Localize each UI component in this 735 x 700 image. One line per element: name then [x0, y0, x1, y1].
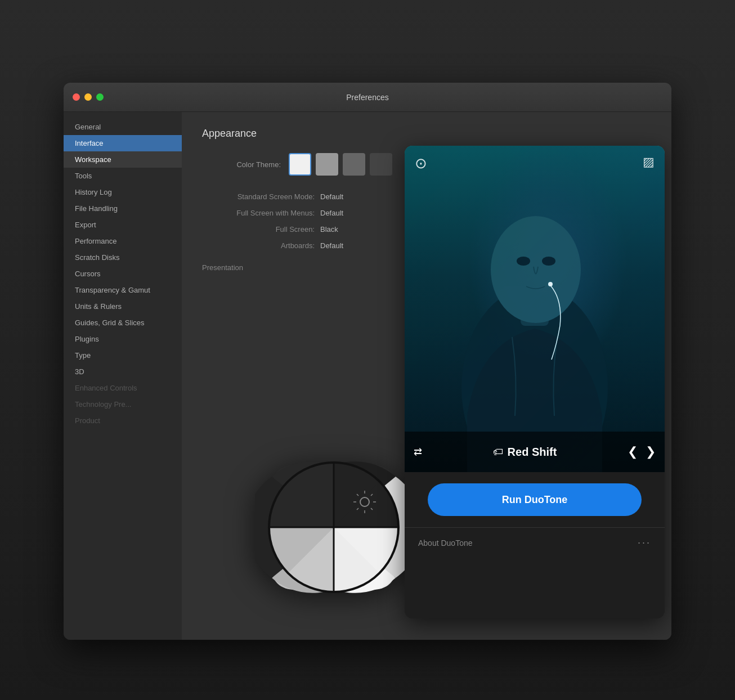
sidebar-item-general[interactable]: General [64, 119, 182, 135]
fullscreen-menus-label: Full Screen with Menus: [202, 209, 315, 217]
sidebar-item-plugins[interactable]: Plugins [64, 331, 182, 347]
sidebar-item-cursors[interactable]: Cursors [64, 266, 182, 282]
minimize-button[interactable] [84, 93, 92, 101]
section-title: Appearance [202, 128, 651, 140]
color-theme-label: Color Theme: [202, 160, 281, 169]
fullscreen-label: Full Screen: [202, 225, 315, 234]
color-theme-options [289, 153, 392, 176]
color-swatch-dark-gray[interactable] [370, 153, 392, 176]
filter-name-tag: 🏷 Red Shift [422, 446, 628, 459]
content-area: Appearance Color Theme: Highlight Color:… [182, 112, 671, 640]
zoom-button[interactable] [96, 93, 104, 101]
nav-prev-button[interactable]: ❮ [628, 445, 638, 459]
sidebar: General Interface Workspace Tools Histor… [64, 112, 182, 640]
sidebar-item-performance[interactable]: Performance [64, 233, 182, 249]
panel-top-icons: ⊙ ▨ [405, 155, 665, 172]
nav-next-button[interactable]: ❯ [646, 445, 656, 459]
sidebar-item-enhanced-controls: Enhanced Controls [64, 380, 182, 396]
standard-screen-label: Standard Screen Mode: [202, 192, 315, 201]
color-swatch-medium-gray[interactable] [343, 153, 365, 176]
title-bar: Preferences [64, 83, 671, 112]
sidebar-item-technology-preview: Technology Pre... [64, 396, 182, 412]
color-wheel[interactable] [255, 448, 413, 606]
sidebar-item-3d[interactable]: 3D [64, 364, 182, 380]
main-content: General Interface Workspace Tools Histor… [64, 112, 671, 640]
run-duotone-button[interactable]: Run DuoTone [428, 483, 642, 516]
pattern-icon[interactable]: ▨ [643, 155, 655, 172]
sidebar-item-scratch-disks[interactable]: Scratch Disks [64, 249, 182, 266]
about-duotone-row: About DuoTone ··· [405, 527, 665, 558]
duotone-panel: ⊙ ▨ ⇄ 🏷 Red Shift ❮ ❯ Run [405, 146, 665, 618]
sidebar-item-product: Product [64, 412, 182, 429]
filter-name-text: Red Shift [508, 446, 557, 459]
artboards-label: Artboards: [202, 241, 315, 250]
sidebar-item-guides[interactable]: Guides, Grid & Slices [64, 315, 182, 331]
sidebar-item-workspace[interactable]: Workspace [64, 151, 182, 168]
standard-screen-value: Default [320, 192, 343, 201]
more-options-button[interactable]: ··· [638, 537, 651, 549]
about-duotone-label: About DuoTone [418, 539, 473, 548]
color-swatch-white[interactable] [289, 153, 311, 176]
window-title: Preferences [346, 93, 388, 102]
tag-icon: 🏷 [493, 446, 503, 458]
image-bottom-bar: ⇄ 🏷 Red Shift ❮ ❯ [405, 432, 665, 472]
preferences-window: Preferences General Interface Workspace … [64, 83, 671, 640]
sidebar-item-type[interactable]: Type [64, 347, 182, 364]
sidebar-item-units-rulers[interactable]: Units & Rulers [64, 298, 182, 315]
sidebar-item-file-handling[interactable]: File Handling [64, 200, 182, 217]
sidebar-item-interface[interactable]: Interface [64, 135, 182, 151]
window-controls [73, 93, 104, 101]
fullscreen-value: Black [320, 225, 338, 234]
fullscreen-menus-value: Default [320, 209, 343, 217]
swap-arrows-icon[interactable]: ⇄ [414, 446, 422, 458]
color-swatch-light-gray[interactable] [316, 153, 338, 176]
artboards-value: Default [320, 241, 343, 250]
sidebar-item-history-log[interactable]: History Log [64, 184, 182, 200]
sidebar-item-transparency-gamut[interactable]: Transparency & Gamut [64, 282, 182, 298]
close-button[interactable] [73, 93, 80, 101]
circle-icon[interactable]: ⊙ [415, 155, 427, 172]
sidebar-item-export[interactable]: Export [64, 217, 182, 233]
teal-color-overlay [405, 146, 665, 472]
duotone-image-area: ⊙ ▨ ⇄ 🏷 Red Shift ❮ ❯ [405, 146, 665, 472]
sidebar-item-tools[interactable]: Tools [64, 168, 182, 184]
